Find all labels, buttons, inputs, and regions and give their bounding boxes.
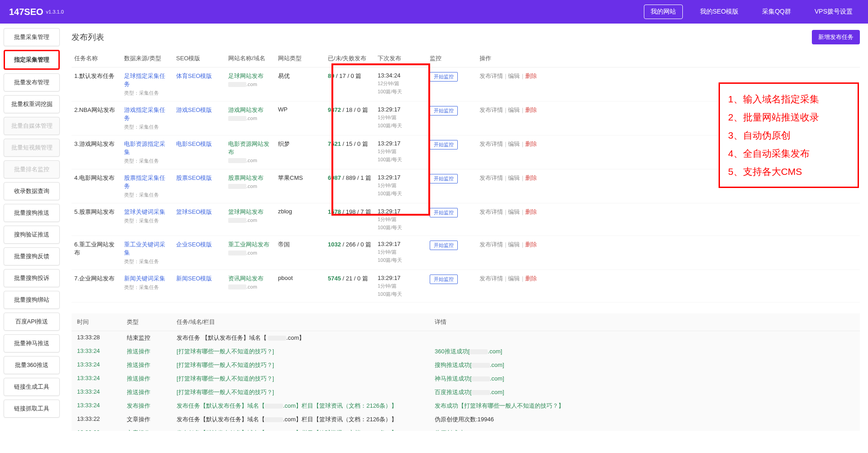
content-area: 发布列表 新增发布任务 任务名称数据来源/类型SEO模版网站名称/域名网站类型已… xyxy=(63,24,868,437)
task-name: 5.股票网站发布 xyxy=(72,203,121,236)
delete-link[interactable]: 删除 xyxy=(525,140,537,147)
nav-qq-group[interactable]: 采集QQ群 xyxy=(756,5,797,19)
site-domain: xxx.com xyxy=(228,158,273,163)
site-name-link[interactable]: 游戏网站发布 xyxy=(228,106,264,113)
data-source-link[interactable]: 游戏指定采集任务 xyxy=(124,106,165,121)
source-type: 类型：采集任务 xyxy=(124,258,171,265)
publish-detail-link[interactable]: 发布详情 xyxy=(480,275,503,282)
callout-item-4: 5、支持各大CMS xyxy=(728,163,849,181)
sidebar-item-16[interactable]: 链接生成工具 xyxy=(4,378,60,396)
start-monitor-button[interactable]: 开始监控 xyxy=(430,275,458,284)
publish-detail-link[interactable]: 发布详情 xyxy=(480,72,503,79)
seo-template-link[interactable]: 篮球SEO模版 xyxy=(176,208,212,215)
log-detail: 百度推送成功[xxxxx.com] xyxy=(432,388,857,396)
data-source-link[interactable]: 电影资源指定采集 xyxy=(124,140,165,155)
log-row: 13:33:28结束监控发布任务 【默认发布任务】域名【 xxxxx.com】 xyxy=(72,331,860,345)
data-source-link[interactable]: 篮球关键词采集 xyxy=(124,208,165,215)
source-type: 类型：采集任务 xyxy=(124,192,171,198)
site-domain: xxx.com xyxy=(228,116,273,121)
log-task: [打篮球有哪些一般人不知道的技巧？] xyxy=(174,361,432,369)
nav-vps-dial[interactable]: VPS拨号设置 xyxy=(808,5,859,19)
edit-link[interactable]: 编辑 xyxy=(508,241,520,248)
edit-link[interactable]: 编辑 xyxy=(508,174,520,181)
start-monitor-button[interactable]: 开始监控 xyxy=(430,140,458,149)
start-monitor-button[interactable]: 开始监控 xyxy=(430,241,458,250)
start-monitor-button[interactable]: 开始监控 xyxy=(430,208,458,217)
log-row: 13:33:22文章操作发布任务【默认发布任务】域名【xxxxx.com】栏目【… xyxy=(72,413,860,426)
delete-link[interactable]: 删除 xyxy=(525,241,537,248)
data-source-link[interactable]: 重工业关键词采集 xyxy=(124,241,165,256)
callout-item-3: 4、全自动采集发布 xyxy=(728,145,849,163)
sidebar-item-15[interactable]: 批量360推送 xyxy=(4,356,60,374)
sidebar-item-12[interactable]: 批量搜狗绑站 xyxy=(4,291,60,309)
seo-template-link[interactable]: 游戏SEO模版 xyxy=(176,106,212,113)
start-monitor-button[interactable]: 开始监控 xyxy=(430,174,458,183)
sidebar-item-13[interactable]: 百度API推送 xyxy=(4,313,60,331)
log-header: 时间 类型 任务/域名/栏目 详情 xyxy=(72,313,860,331)
log-header-type: 类型 xyxy=(124,318,174,326)
seo-template-link[interactable]: 新闻SEO模版 xyxy=(176,275,212,282)
site-name-link[interactable]: 重工业网站发布 xyxy=(228,241,269,248)
sidebar-item-7[interactable]: 收录数据查询 xyxy=(4,182,60,200)
sidebar-item-10[interactable]: 批量搜狗反馈 xyxy=(4,247,60,265)
sidebar-item-11[interactable]: 批量搜狗投诉 xyxy=(4,269,60,287)
sidebar-item-2[interactable]: 批量发布管理 xyxy=(4,73,60,92)
publish-detail-link[interactable]: 发布详情 xyxy=(480,106,503,113)
site-name-link[interactable]: 股票网站发布 xyxy=(228,174,264,181)
start-monitor-button[interactable]: 开始监控 xyxy=(430,106,458,116)
seo-template-link[interactable]: 体育SEO模版 xyxy=(176,72,212,79)
sidebar: 批量采集管理指定采集管理批量发布管理批量权重词挖掘批量自媒体管理批量短视频管理批… xyxy=(0,24,63,437)
delete-link[interactable]: 删除 xyxy=(525,275,537,282)
edit-link[interactable]: 编辑 xyxy=(508,106,520,113)
seo-template-link[interactable]: 企业SEO模版 xyxy=(176,241,212,248)
delete-link[interactable]: 删除 xyxy=(525,106,537,113)
nav-my-sites[interactable]: 我的网站 xyxy=(644,5,683,19)
edit-link[interactable]: 编辑 xyxy=(508,72,520,79)
publish-detail-link[interactable]: 发布详情 xyxy=(480,174,503,181)
log-row: 13:33:24发布操作发布任务【默认发布任务】域名【xxxxx.com】栏目【… xyxy=(72,399,860,413)
sidebar-item-17[interactable]: 链接抓取工具 xyxy=(4,400,60,418)
site-type: 苹果CMS xyxy=(275,169,325,203)
site-name-link[interactable]: 篮球网站发布 xyxy=(228,208,264,215)
next-publish: 13:29:171分钟/篇100篇/每天 xyxy=(375,270,427,303)
app-version: v1.3.1.0 xyxy=(46,9,64,14)
edit-link[interactable]: 编辑 xyxy=(508,275,520,282)
sidebar-item-3[interactable]: 批量权重词挖掘 xyxy=(4,95,60,113)
site-name-link[interactable]: 足球网站发布 xyxy=(228,72,264,79)
data-source-link[interactable]: 足球指定采集任务 xyxy=(124,72,165,87)
table-header-4: 网站类型 xyxy=(275,50,325,67)
data-source-link[interactable]: 新闻关键词采集 xyxy=(124,275,165,282)
site-name-link[interactable]: 电影资源网站发布 xyxy=(228,140,269,155)
sidebar-item-6: 批量排名监控 xyxy=(4,160,60,178)
sidebar-item-8[interactable]: 批量搜狗推送 xyxy=(4,204,60,222)
site-name-link[interactable]: 资讯网站发布 xyxy=(228,275,264,282)
edit-link[interactable]: 编辑 xyxy=(508,140,520,147)
seo-template-link[interactable]: 电影SEO模版 xyxy=(176,140,212,147)
callout-item-2: 3、自动伪原创 xyxy=(728,126,849,145)
sidebar-item-9[interactable]: 搜狗验证推送 xyxy=(4,226,60,244)
edit-link[interactable]: 编辑 xyxy=(508,208,520,215)
data-source-link[interactable]: 股票指定采集任务 xyxy=(124,174,165,189)
delete-link[interactable]: 删除 xyxy=(525,208,537,215)
log-section: 时间 类型 任务/域名/栏目 详情 13:33:28结束监控发布任务 【默认发布… xyxy=(72,313,860,431)
sidebar-item-1[interactable]: 指定采集管理 xyxy=(4,50,60,70)
log-task: [打篮球有哪些一般人不知道的技巧？] xyxy=(174,388,432,396)
publish-detail-link[interactable]: 发布详情 xyxy=(480,140,503,147)
delete-link[interactable]: 删除 xyxy=(525,72,537,79)
table-header-1: 数据来源/类型 xyxy=(121,50,173,67)
table-header-0: 任务名称 xyxy=(72,50,121,67)
log-body[interactable]: 13:33:28结束监控发布任务 【默认发布任务】域名【 xxxxx.com】1… xyxy=(72,331,860,431)
sidebar-item-0[interactable]: 批量采集管理 xyxy=(4,28,60,46)
sidebar-item-14[interactable]: 批量神马推送 xyxy=(4,334,60,352)
delete-link[interactable]: 删除 xyxy=(525,174,537,181)
source-type: 类型：采集任务 xyxy=(124,217,171,224)
source-type: 类型：采集任务 xyxy=(124,284,171,291)
site-domain: xxx.com xyxy=(228,284,273,289)
publish-detail-link[interactable]: 发布详情 xyxy=(480,208,503,215)
new-publish-task-button[interactable]: 新增发布任务 xyxy=(812,30,860,44)
start-monitor-button[interactable]: 开始监控 xyxy=(430,72,458,82)
seo-template-link[interactable]: 股票SEO模版 xyxy=(176,174,212,181)
log-time: 13:33:24 xyxy=(74,361,124,369)
publish-detail-link[interactable]: 发布详情 xyxy=(480,241,503,248)
nav-seo-templates[interactable]: 我的SEO模版 xyxy=(694,5,745,19)
